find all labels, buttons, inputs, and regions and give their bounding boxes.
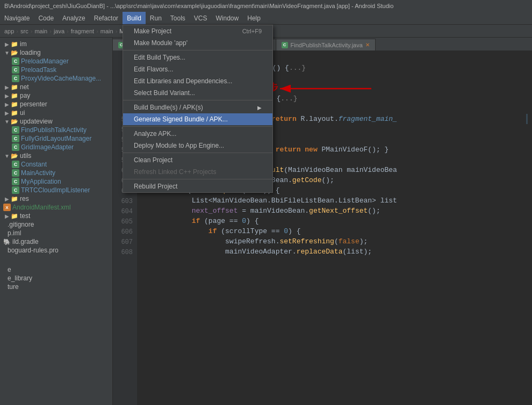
tree-label-ture: ture [8, 283, 19, 291]
sidebar-item-findpublish[interactable]: C FindPublishTalkActivity [0, 126, 112, 134]
menu-tools[interactable]: Tools [166, 12, 190, 24]
tree-label-preloadmanager: PreloadManager [21, 57, 69, 65]
menu-make-module[interactable]: Make Module 'app' [123, 37, 272, 49]
code-line-608: mainVideoAdapter.replaceData(list); [141, 247, 528, 257]
menu-refactor[interactable]: Refactor [90, 12, 123, 24]
menu-edit-build-types[interactable]: Edit Build Types... [123, 52, 272, 63]
sidebar-item-elibrary[interactable]: e_library [0, 274, 112, 283]
code-line-604: next_offset = mainVideoBean.getNext_offs… [141, 206, 528, 216]
sidebar-item-pay[interactable]: ▶ 📁 pay [0, 91, 112, 100]
sidebar-item-myapplication[interactable]: C MyApplication [0, 177, 112, 186]
sidebar-item-piml[interactable]: p.iml [0, 229, 112, 237]
tree-label-piml: p.iml [8, 229, 21, 237]
sidebar-item-utils[interactable]: ▼ 📂 utils [0, 151, 112, 160]
c-icon-proxyvideo: C [12, 75, 19, 82]
menu-edit-libraries[interactable]: Edit Libraries and Dependencies... [123, 75, 272, 87]
folder-icon-test: 📁 [11, 213, 18, 220]
select-variant-label: Select Build Variant... [134, 89, 195, 97]
sidebar-item-gradle[interactable]: 🐘 ild.gradle [0, 237, 112, 246]
make-module-label: Make Module 'app' [134, 39, 188, 47]
edit-libraries-label: Edit Libraries and Dependencies... [134, 77, 232, 85]
menu-window[interactable]: Window [212, 12, 243, 24]
sidebar-item-net[interactable]: ▶ 📁 net [0, 83, 112, 91]
tree-arrow-im: ▶ [3, 41, 11, 47]
nav-fragment[interactable]: fragment [71, 28, 94, 34]
sidebar-item-preloadtask[interactable]: C PreloadTask [0, 66, 112, 74]
sidebar-item-loading[interactable]: ▼ 📂 loading [0, 48, 112, 57]
nav-main2[interactable]: main [100, 28, 113, 34]
menu-analyze-apk[interactable]: Analyze APK... [123, 128, 272, 140]
menu-vcs[interactable]: VCS [190, 12, 212, 24]
tab-label-findpublish: FindPublishTalkActivity.java [291, 42, 363, 48]
menu-navigate[interactable]: Navigate [0, 12, 34, 24]
sidebar-item-gridimage[interactable]: C GridImageAdapter [0, 143, 112, 151]
menu-generate-signed[interactable]: Generate Signed Bundle / APK... [123, 113, 272, 125]
tree-label-manifest: AndroidManifest.xml [12, 204, 71, 211]
menu-edit-flavors[interactable]: Edit Flavors... [123, 63, 272, 75]
tree-label-elibrary: e_library [8, 274, 32, 282]
menu-build[interactable]: Build [123, 12, 146, 24]
sidebar-item-fullygrid[interactable]: C FullyGridLayoutManager [0, 134, 112, 143]
menu-select-variant[interactable]: Select Build Variant... [123, 87, 272, 99]
menu-make-project[interactable]: Make Project Ctrl+F9 [123, 25, 272, 37]
deploy-module-label: Deploy Module to App Engine... [134, 142, 224, 149]
menu-run[interactable]: Run [146, 12, 166, 24]
sidebar-item-preloadmanager[interactable]: C PreloadManager [0, 57, 112, 66]
submenu-arrow: ▶ [257, 105, 262, 111]
menu-analyze[interactable]: Analyze [58, 12, 90, 24]
sidebar-item-manifest[interactable]: X AndroidManifest.xml [0, 203, 112, 212]
sidebar-item-mainactivity[interactable]: C MainActivity [0, 169, 112, 177]
nav-app[interactable]: app [4, 28, 14, 34]
sidebar: ▶ 📁 im ▼ 📂 loading C PreloadManager C Pr… [0, 38, 113, 405]
folder-icon-res: 📁 [11, 196, 18, 202]
gradle-icon: 🐘 [3, 238, 11, 245]
tree-label-res: res [20, 195, 29, 202]
sidebar-item-test[interactable]: ▶ 📁 test [0, 212, 112, 220]
c-icon-myapplication: C [12, 178, 19, 185]
dropdown-menu: Make Project Ctrl+F9 Make Module 'app' E… [123, 25, 273, 193]
tab-icon-findpublish: C [282, 42, 288, 48]
tree-label-preloadtask: PreloadTask [21, 66, 56, 74]
tree-label-gradle: ild.gradle [12, 238, 39, 245]
make-project-label: Make Project [134, 27, 171, 35]
menu-build-bundle[interactable]: Build Bundle(s) / APK(s) ▶ [123, 102, 272, 113]
sidebar-item-ture[interactable]: ture [0, 283, 112, 291]
tree-arrow-ui: ▶ [3, 110, 11, 116]
sidebar-item-ui[interactable]: ▶ 📁 ui [0, 109, 112, 117]
tab-findpublish[interactable]: C FindPublishTalkActivity.java ✕ [276, 39, 376, 50]
menu-sep-3 [123, 126, 272, 127]
c-icon-findpublish: C [12, 126, 19, 134]
nav-main[interactable]: main [34, 28, 47, 34]
c-icon-mainactivity: C [12, 169, 19, 177]
sidebar-item-e[interactable]: e [0, 265, 112, 274]
menu-rebuild[interactable]: Rebuild Project [123, 180, 272, 192]
sidebar-item-gitignore[interactable]: .gitignore [0, 220, 112, 229]
sidebar-item-res[interactable]: ▶ 📁 res [0, 194, 112, 203]
sidebar-item-constant[interactable]: C Constant [0, 160, 112, 169]
tree-label-test: test [20, 212, 30, 220]
sidebar-item-trtccloud[interactable]: C TRTCCloudImplListener [0, 186, 112, 194]
nav-java[interactable]: java [54, 28, 64, 34]
menu-code[interactable]: Code [34, 12, 58, 24]
menu-help[interactable]: Help [243, 12, 265, 24]
tree-label-im: im [20, 40, 27, 48]
code-line-606: if (scrollType == 0) { [141, 226, 528, 236]
tree-label-trtccloud: TRTCCloudImplListener [21, 186, 90, 194]
menu-deploy-module[interactable]: Deploy Module to App Engine... [123, 140, 272, 151]
sidebar-item-persenter[interactable]: ▶ 📁 persenter [0, 100, 112, 109]
tree-label-findpublish: FindPublishTalkActivity [21, 126, 87, 134]
sidebar-item-proguard[interactable]: boguard-rules.pro [0, 246, 112, 255]
tree-arrow-utils: ▼ [3, 153, 11, 159]
sidebar-item-proxyvideo[interactable]: C ProxyVideoCacheManage... [0, 74, 112, 83]
sidebar-item-im[interactable]: ▶ 📁 im [0, 40, 112, 48]
tree-label-e: e [8, 266, 11, 273]
folder-icon-utils: 📂 [11, 153, 18, 160]
menu-clean-project[interactable]: Clean Project [123, 154, 272, 166]
nav-src[interactable]: src [20, 28, 28, 34]
tree-arrow-updateview: ▼ [3, 119, 11, 125]
sidebar-item-updateview[interactable]: ▼ 📂 updateview [0, 117, 112, 126]
folder-icon-updateview: 📂 [11, 118, 18, 125]
folder-icon-pay: 📁 [11, 92, 18, 99]
tree-label-ui: ui [20, 109, 25, 117]
c-icon-trtccloud: C [12, 186, 19, 194]
